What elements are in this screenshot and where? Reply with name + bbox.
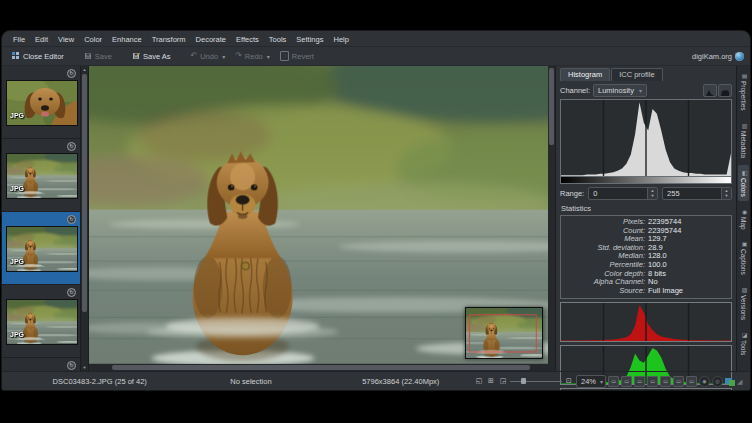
save-as-icon: [132, 52, 140, 60]
statusbar-tool-button-4[interactable]: ▭: [647, 376, 658, 387]
statusbar-tool-button-6[interactable]: ▭: [673, 376, 684, 387]
brand-area: digiKam.org: [692, 52, 744, 61]
range-max-spinbox[interactable]: 255 ▲▼: [662, 187, 732, 200]
menu-edit[interactable]: Edit: [30, 34, 53, 45]
spinner-arrows-icon[interactable]: ▲▼: [647, 188, 657, 199]
resize-grip-icon[interactable]: ◢: [737, 376, 745, 386]
statistics-box: Pixels:22395744 Count:22395744 Mean:129.…: [560, 215, 732, 299]
channel-label: Channel:: [560, 86, 590, 95]
statusbar-tool-button-2[interactable]: ▭: [621, 376, 632, 387]
menu-help[interactable]: Help: [328, 34, 353, 45]
thumbnail-photo: [6, 299, 78, 345]
tab-map[interactable]: ◉Map: [738, 204, 749, 234]
zoom-slider-handle[interactable]: [521, 378, 526, 384]
save-icon: [84, 52, 92, 60]
format-badge: JPG: [10, 185, 24, 192]
thumbnail-photo: [6, 226, 78, 272]
thumbnail-item-selected[interactable]: ↻ JPG: [2, 212, 80, 285]
zoom-level-combo[interactable]: 24% ▾: [576, 375, 606, 388]
menu-decorate[interactable]: Decorate: [191, 34, 231, 45]
undo-dropdown-icon[interactable]: ▾: [222, 53, 225, 60]
zoom-100-icon[interactable]: ⊡: [564, 376, 574, 386]
color-managed-view-icon[interactable]: [725, 377, 735, 386]
thumbnail-item[interactable]: ↻ JPG: [2, 139, 80, 212]
tab-colors[interactable]: ◧Colors: [738, 165, 749, 201]
zoom-select-icon[interactable]: ◲: [498, 376, 508, 386]
menu-settings[interactable]: Settings: [291, 34, 328, 45]
redo-button[interactable]: ↷ Redo ▾: [231, 51, 274, 62]
tab-properties[interactable]: ▤Properties: [738, 68, 749, 115]
desktop: { "window": { "brand": "digiKam.org" }, …: [0, 0, 752, 423]
editor-canvas[interactable]: [89, 66, 555, 371]
tab-captions[interactable]: ▣Captions: [738, 236, 749, 279]
tab-tools[interactable]: ◪Tools: [738, 327, 749, 359]
fit-to-window-icon[interactable]: ◱: [474, 376, 484, 386]
redo-icon: ↷: [235, 52, 242, 60]
status-filename: DSC03483-2.JPG (25 of 42): [7, 377, 192, 386]
metadata-icon: ▥: [738, 122, 749, 129]
menu-tools[interactable]: Tools: [264, 34, 292, 45]
save-button[interactable]: Save: [80, 51, 116, 62]
channel-select[interactable]: Luminosity ▾: [593, 84, 647, 97]
statusbar-tool-button-5[interactable]: ▭: [660, 376, 671, 387]
versions-indicator-icon: ↻: [67, 142, 76, 151]
revert-button[interactable]: Revert: [276, 50, 318, 62]
tab-icc-profile[interactable]: ICC profile: [611, 68, 662, 81]
red-channel-histogram: [560, 302, 732, 342]
format-badge: JPG: [10, 258, 24, 265]
menu-transform[interactable]: Transform: [147, 34, 191, 45]
colors-icon: ◧: [738, 169, 749, 176]
status-selection: No selection: [192, 377, 309, 386]
statusbar-tool-button-7[interactable]: ▭: [686, 376, 697, 387]
menu-effects[interactable]: Effects: [231, 34, 264, 45]
range-min-spinbox[interactable]: 0 ▲▼: [588, 187, 658, 200]
status-dimensions: 5796x3864 (22.40Mpx): [328, 377, 474, 386]
zoom-slider[interactable]: [510, 377, 562, 385]
redo-dropdown-icon[interactable]: ▾: [267, 53, 270, 60]
thumbnail-bar: ↻ JPG ↻ JPG ↻ JPG ↻ JPG: [2, 66, 89, 371]
revert-icon: [280, 51, 289, 61]
menu-bar: File Edit View Color Enhance Transform D…: [2, 31, 750, 46]
save-as-button[interactable]: Save As: [128, 51, 175, 62]
digikam-globe-icon[interactable]: [735, 52, 744, 61]
linear-scale-button[interactable]: [703, 84, 717, 97]
format-badge: JPG: [10, 331, 24, 338]
sidebar-tab-strip: ▤Properties ▥Metadata ◧Colors ◉Map ▣Capt…: [736, 66, 750, 371]
canvas-vertical-scrollbar[interactable]: [548, 66, 555, 364]
menu-file[interactable]: File: [8, 34, 30, 45]
versions-indicator-icon: ↻: [67, 69, 76, 78]
under-exposure-indicator-icon[interactable]: ◉: [699, 376, 710, 387]
undo-button[interactable]: ↶ Undo ▾: [187, 51, 230, 62]
thumbnail-item[interactable]: ↻: [2, 358, 80, 371]
histogram-tabs: Histogram ICC profile: [560, 68, 732, 81]
statusbar-tool-button-1[interactable]: ▭: [608, 376, 619, 387]
tab-histogram[interactable]: Histogram: [560, 68, 610, 81]
scroll-down-icon[interactable]: ▼: [81, 364, 88, 371]
canvas-horizontal-scrollbar[interactable]: [89, 364, 548, 371]
logarithmic-scale-button[interactable]: [718, 84, 732, 97]
status-bar: DSC03483-2.JPG (25 of 42) No selection 5…: [2, 371, 750, 390]
luminosity-histogram[interactable]: [560, 99, 732, 177]
close-editor-button[interactable]: Close Editor: [8, 51, 68, 62]
colors-sidebar-panel: Histogram ICC profile Channel: Luminosit…: [555, 66, 736, 371]
menu-view[interactable]: View: [53, 34, 79, 45]
scroll-up-icon[interactable]: ▲: [81, 66, 88, 73]
thumbnail-item[interactable]: ↻ JPG: [2, 66, 80, 139]
spinner-arrows-icon[interactable]: ▲▼: [721, 188, 731, 199]
over-exposure-indicator-icon[interactable]: ◎: [712, 376, 723, 387]
fit-to-selection-icon[interactable]: ⊞: [486, 376, 496, 386]
tab-metadata[interactable]: ▥Metadata: [738, 118, 749, 162]
statistics-title: Statistics: [561, 204, 732, 213]
thumbnail-scrollbar[interactable]: ▲ ▼: [80, 66, 88, 371]
thumbnail-item[interactable]: ↻ JPG: [2, 285, 80, 358]
brand-label: digiKam.org: [692, 52, 732, 61]
tool-bar: Close Editor Save Save As ↶ Undo ▾ ↷ Red…: [2, 46, 750, 66]
tab-versions[interactable]: ▨Versions: [738, 282, 749, 324]
thumbnail-photo: [6, 153, 78, 199]
close-editor-icon: [12, 52, 20, 60]
menu-color[interactable]: Color: [79, 34, 107, 45]
statusbar-tool-button-3[interactable]: ▭: [634, 376, 645, 387]
menu-enhance[interactable]: Enhance: [107, 34, 147, 45]
pan-navigation-overlay[interactable]: [465, 307, 543, 359]
properties-icon: ▤: [738, 72, 749, 79]
